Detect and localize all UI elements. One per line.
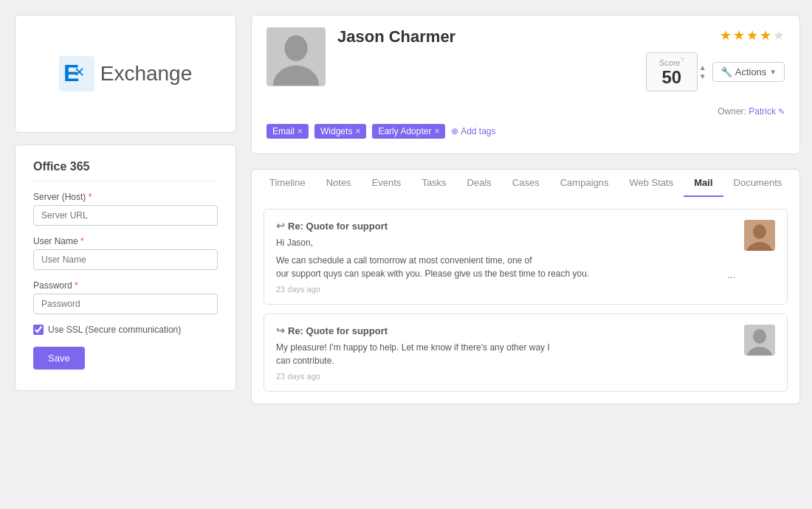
- tag-widgets-remove[interactable]: ×: [355, 126, 360, 136]
- reply-icon-1: ↩: [276, 220, 285, 232]
- username-field-group: User Name *: [33, 236, 218, 270]
- tag-email[interactable]: Email ×: [266, 124, 309, 139]
- star-2[interactable]: ★: [733, 27, 745, 44]
- owner-row: Owner: Patrick ✎: [718, 106, 785, 117]
- mail-preview-2: My pleasure! I'm happy to help. Let me k…: [276, 341, 735, 367]
- tabs-bar: Timeline Notes Events Tasks Deals Cases …: [251, 169, 800, 197]
- tag-widgets-label: Widgets: [320, 126, 352, 136]
- mail-avatar-img-1: [744, 220, 775, 251]
- mail-subject-2: ↪ Re: Quote for support: [276, 325, 735, 336]
- mail-subject-text-1: Re: Quote for support: [288, 221, 388, 232]
- star-rating[interactable]: ★ ★ ★ ★ ★: [720, 27, 785, 44]
- tab-events[interactable]: Events: [362, 170, 412, 197]
- mail-subject-text-2: Re: Quote for support: [288, 325, 388, 336]
- mail-body-2: ↪ Re: Quote for support My pleasure! I'm…: [276, 325, 735, 381]
- exchange-logo: E ✕ Exchange: [59, 56, 193, 91]
- password-input[interactable]: [33, 294, 218, 314]
- score-actions-row: Score? 50 ▲ ▼ 🔧 Actions ▼: [646, 52, 785, 91]
- contact-card: Jason Charmer ★ ★ ★ ★ ★: [251, 15, 800, 154]
- edit-owner-icon[interactable]: ✎: [778, 107, 785, 116]
- tab-timeline[interactable]: Timeline: [259, 170, 316, 197]
- actions-button[interactable]: 🔧 Actions ▼: [712, 62, 785, 82]
- mail-content: ↩ Re: Quote for support Hi Jason, We can…: [251, 197, 800, 404]
- password-field-group: Password *: [33, 280, 218, 314]
- mail-timestamp-2: 23 days ago: [276, 372, 735, 381]
- wrench-icon: 🔧: [720, 66, 732, 77]
- score-value: 50: [661, 67, 681, 87]
- mail-body-1: ↩ Re: Quote for support Hi Jason, We can…: [276, 220, 718, 294]
- mail-greeting-1: Hi Jason,: [276, 236, 718, 249]
- ssl-label: Use SSL (Secure communication): [48, 325, 181, 335]
- score-down-arrow[interactable]: ▼: [699, 72, 706, 81]
- tag-early-adopter-remove[interactable]: ×: [434, 126, 439, 136]
- server-label: Server (Host) *: [33, 192, 218, 202]
- username-label: User Name *: [33, 236, 218, 246]
- owner-label: Owner:: [718, 106, 746, 117]
- tags-row: Email × Widgets × Early Adopter × Add ta…: [266, 117, 785, 142]
- mail-preview-1: Hi Jason, We can schedule a call tomorro…: [276, 236, 718, 280]
- star-3[interactable]: ★: [746, 27, 758, 44]
- username-input[interactable]: [33, 249, 218, 270]
- tag-widgets[interactable]: Widgets ×: [314, 124, 366, 139]
- contact-avatar: [266, 27, 326, 86]
- owner-name[interactable]: Patrick: [749, 106, 776, 117]
- left-panel: E ✕ Exchange Office 365 Server (Host) * …: [15, 15, 236, 494]
- tab-tasks[interactable]: Tasks: [411, 170, 456, 197]
- score-superscript: ?: [681, 56, 684, 63]
- tag-email-label: Email: [272, 126, 295, 136]
- contact-name-area: Jason Charmer: [337, 27, 634, 49]
- score-label: Score?: [654, 56, 689, 67]
- svg-point-7: [753, 224, 766, 239]
- tab-campaigns[interactable]: Campaigns: [550, 170, 619, 197]
- star-5[interactable]: ★: [773, 27, 785, 44]
- mail-item-2: ↪ Re: Quote for support My pleasure! I'm…: [264, 314, 788, 392]
- server-field-group: Server (Host) *: [33, 192, 218, 226]
- mail-avatar-2: [744, 325, 775, 356]
- ssl-row: Use SSL (Secure communication): [33, 325, 218, 335]
- server-input[interactable]: [33, 205, 218, 226]
- mail-avatar-img-2: [744, 325, 775, 356]
- score-arrows[interactable]: ▲ ▼: [699, 63, 706, 81]
- mail-body-text-2: My pleasure! I'm happy to help. Let me k…: [276, 341, 735, 367]
- required-star: *: [89, 192, 92, 202]
- mail-avatar-1: [744, 220, 775, 251]
- mail-ellipsis-1[interactable]: ...: [727, 269, 735, 280]
- tab-notes[interactable]: Notes: [316, 170, 362, 197]
- add-tags-button[interactable]: Add tags: [451, 126, 495, 136]
- required-star-3: *: [75, 280, 78, 291]
- mail-body-text-1: We can schedule a call tomorrow at most …: [276, 254, 718, 280]
- mail-timestamp-1: 23 days ago: [276, 285, 718, 294]
- star-4[interactable]: ★: [760, 27, 771, 44]
- star-1[interactable]: ★: [720, 27, 732, 44]
- svg-text:✕: ✕: [74, 65, 85, 80]
- save-button[interactable]: Save: [33, 347, 85, 370]
- exchange-card: E ✕ Exchange: [15, 15, 236, 133]
- reply-icon-2: ↪: [276, 325, 285, 336]
- contact-name: Jason Charmer: [337, 27, 634, 46]
- tab-mail[interactable]: Mail: [684, 170, 723, 197]
- right-panel: Jason Charmer ★ ★ ★ ★ ★: [251, 15, 800, 494]
- svg-point-10: [753, 329, 766, 344]
- required-star-2: *: [80, 236, 84, 246]
- contact-header: Jason Charmer ★ ★ ★ ★ ★: [266, 27, 785, 117]
- tag-early-adopter-label: Early Adopter: [378, 126, 431, 136]
- office365-title: Office 365: [33, 160, 218, 181]
- exchange-label: Exchange: [100, 62, 193, 86]
- mail-subject-1: ↩ Re: Quote for support: [276, 220, 718, 232]
- svg-point-4: [284, 35, 307, 61]
- score-up-arrow[interactable]: ▲: [699, 63, 706, 72]
- ssl-checkbox[interactable]: [33, 325, 44, 335]
- tab-cases[interactable]: Cases: [502, 170, 550, 197]
- tab-web-stats[interactable]: Web Stats: [619, 170, 684, 197]
- tab-documents[interactable]: Documents: [723, 170, 793, 197]
- score-box-wrapper: Score? 50 ▲ ▼: [646, 52, 706, 91]
- score-actions-area: ★ ★ ★ ★ ★ Score? 50: [646, 27, 785, 117]
- tag-early-adopter[interactable]: Early Adopter ×: [372, 124, 445, 139]
- actions-label: Actions: [735, 66, 767, 77]
- mail-item-1: ↩ Re: Quote for support Hi Jason, We can…: [264, 209, 788, 305]
- dropdown-arrow-icon: ▼: [769, 68, 777, 76]
- exchange-icon: E ✕: [59, 56, 94, 91]
- tag-email-remove[interactable]: ×: [297, 126, 303, 136]
- tab-deals[interactable]: Deals: [457, 170, 502, 197]
- password-label: Password *: [33, 280, 218, 291]
